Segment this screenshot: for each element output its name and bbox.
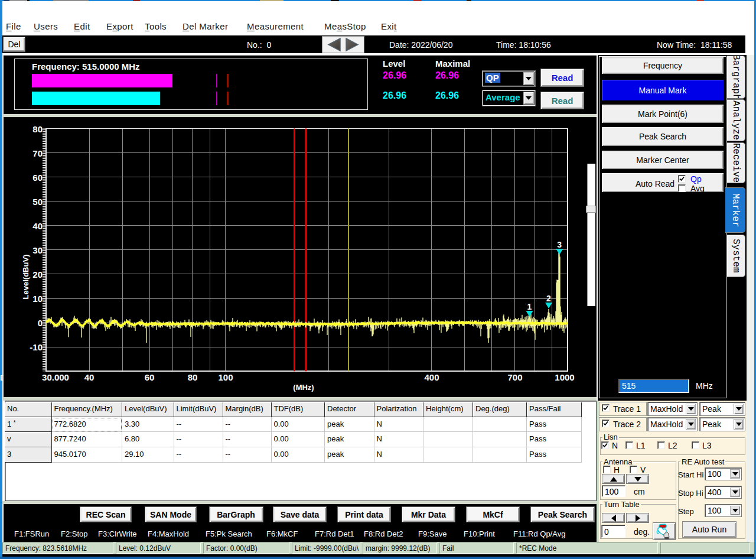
svg-text:2: 2 [546, 294, 551, 303]
svg-text:3: 3 [557, 240, 562, 249]
svg-text:1: 1 [527, 302, 532, 311]
